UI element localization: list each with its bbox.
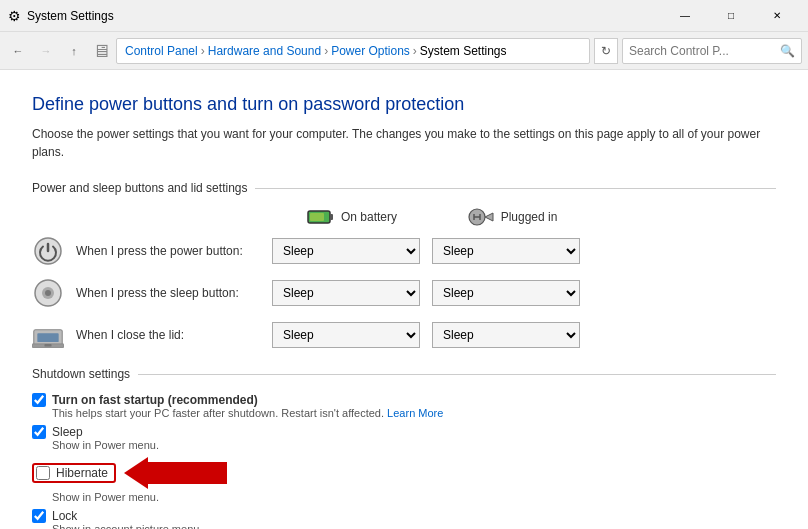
svg-rect-1 (330, 214, 333, 220)
lid-pluggedin-select[interactable]: Do nothing Sleep Hibernate Shut down (432, 322, 580, 348)
sep1: › (201, 44, 205, 58)
power-button-dropdowns: Do nothing Sleep Hibernate Shut down Tur… (272, 238, 592, 264)
breadcrumb-hardwaresound[interactable]: Hardware and Sound (208, 44, 321, 58)
power-button-row: When I press the power button: Do nothin… (32, 235, 776, 267)
page-description: Choose the power settings that you want … (32, 125, 776, 161)
back-button[interactable]: ← (6, 39, 30, 63)
col-pluggedin-label: Plugged in (501, 210, 558, 224)
lock-checkbox-row: Lock (32, 509, 776, 523)
sleep-item: Sleep Show in Power menu. (32, 425, 776, 451)
hibernate-highlight-box: Hibernate (32, 463, 116, 483)
arrow-head (124, 457, 148, 489)
titlebar-controls: — □ ✕ (662, 0, 800, 32)
addressbar: ← → ↑ 🖥 Control Panel › Hardware and Sou… (0, 32, 808, 70)
sep3: › (413, 44, 417, 58)
up-button[interactable]: ↑ (62, 39, 86, 63)
shutdown-section: Shutdown settings Turn on fast startup (… (32, 367, 776, 529)
titlebar: ⚙ System Settings — □ ✕ (0, 0, 808, 32)
close-button[interactable]: ✕ (754, 0, 800, 32)
sleep-button-dropdowns: Do nothing Sleep Hibernate Shut down Do … (272, 280, 592, 306)
breadcrumb-poweroptions[interactable]: Power Options (331, 44, 410, 58)
hibernate-arrow (124, 457, 227, 489)
breadcrumb-current: System Settings (420, 44, 507, 58)
power-battery-dropdown-wrap: Do nothing Sleep Hibernate Shut down Tur… (272, 238, 432, 264)
hibernate-label: Hibernate (56, 466, 108, 480)
sleep-pluggedin-select[interactable]: Do nothing Sleep Hibernate Shut down (432, 280, 580, 306)
power-pluggedin-dropdown-wrap: Do nothing Sleep Hibernate Shut down Tur… (432, 238, 592, 264)
fast-startup-row: Turn on fast startup (recommended) (32, 393, 776, 407)
lock-checkbox[interactable] (32, 509, 46, 523)
sleep-battery-select[interactable]: Do nothing Sleep Hibernate Shut down (272, 280, 420, 306)
sep2: › (324, 44, 328, 58)
power-section-header: Power and sleep buttons and lid settings (32, 181, 776, 195)
column-headers: On battery Plugged in (272, 207, 776, 227)
lid-row: When I close the lid: Do nothing Sleep H… (32, 319, 776, 351)
fast-startup-label: Turn on fast startup (recommended) (52, 393, 258, 407)
shutdown-section-header: Shutdown settings (32, 367, 776, 381)
svg-point-10 (45, 290, 51, 296)
page-title: Define power buttons and turn on passwor… (32, 94, 776, 115)
lid-battery-select[interactable]: Do nothing Sleep Hibernate Shut down (272, 322, 420, 348)
fast-startup-item: Turn on fast startup (recommended) This … (32, 393, 776, 419)
titlebar-title: System Settings (27, 9, 662, 23)
battery-icon (307, 208, 335, 226)
sleep-pluggedin-dropdown-wrap: Do nothing Sleep Hibernate Shut down (432, 280, 592, 306)
titlebar-icon: ⚙ (8, 8, 21, 24)
shutdown-section-label: Shutdown settings (32, 367, 138, 381)
lid-dropdowns: Do nothing Sleep Hibernate Shut down Do … (272, 322, 592, 348)
hibernate-item: Hibernate Show in Power menu. (32, 457, 776, 503)
breadcrumb-controlpanel[interactable]: Control Panel (125, 44, 198, 58)
sleep-button-row: When I press the sleep button: Do nothin… (32, 277, 776, 309)
pluggedin-icon (467, 207, 495, 227)
col-battery-label: On battery (341, 210, 397, 224)
lid-label: When I close the lid: (76, 328, 272, 342)
col-pluggedin: Plugged in (432, 207, 592, 227)
sleep-button-label: When I press the sleep button: (76, 286, 272, 300)
hibernate-desc: Show in Power menu. (52, 491, 776, 503)
lock-label: Lock (52, 509, 77, 523)
power-battery-select[interactable]: Do nothing Sleep Hibernate Shut down Tur… (272, 238, 420, 264)
content-area: Define power buttons and turn on passwor… (0, 70, 808, 529)
lid-battery-dropdown-wrap: Do nothing Sleep Hibernate Shut down (272, 322, 432, 348)
fast-startup-desc: This helps start your PC faster after sh… (52, 407, 776, 419)
search-input[interactable] (629, 44, 780, 58)
sleep-icon (32, 277, 64, 309)
power-section-label: Power and sleep buttons and lid settings (32, 181, 255, 195)
sleep-checkbox[interactable] (32, 425, 46, 439)
lock-desc: Show in account picture menu. (52, 523, 776, 529)
svg-rect-12 (37, 333, 58, 342)
sleep-label: Sleep (52, 425, 83, 439)
learn-more-link[interactable]: Learn More (387, 407, 443, 419)
hibernate-checkbox[interactable] (36, 466, 50, 480)
minimize-button[interactable]: — (662, 0, 708, 32)
lock-item: Lock Show in account picture menu. (32, 509, 776, 529)
folder-icon: 🖥 (92, 42, 110, 60)
section-divider (255, 188, 776, 189)
power-button-label: When I press the power button: (76, 244, 272, 258)
arrow-body (147, 462, 227, 484)
address-path[interactable]: Control Panel › Hardware and Sound › Pow… (116, 38, 590, 64)
refresh-button[interactable]: ↻ (594, 38, 618, 64)
fast-startup-checkbox[interactable] (32, 393, 46, 407)
lid-pluggedin-dropdown-wrap: Do nothing Sleep Hibernate Shut down (432, 322, 592, 348)
svg-rect-2 (310, 213, 324, 221)
sleep-battery-dropdown-wrap: Do nothing Sleep Hibernate Shut down (272, 280, 432, 306)
lid-icon (32, 319, 64, 351)
forward-button[interactable]: → (34, 39, 58, 63)
power-pluggedin-select[interactable]: Do nothing Sleep Hibernate Shut down Tur… (432, 238, 580, 264)
power-icon (32, 235, 64, 267)
hibernate-checkbox-row: Hibernate (36, 466, 108, 480)
sleep-checkbox-row: Sleep (32, 425, 776, 439)
shutdown-divider (138, 374, 776, 375)
search-box[interactable]: 🔍 (622, 38, 802, 64)
sleep-desc: Show in Power menu. (52, 439, 776, 451)
maximize-button[interactable]: □ (708, 0, 754, 32)
svg-rect-14 (44, 344, 51, 347)
col-battery: On battery (272, 208, 432, 226)
search-icon: 🔍 (780, 44, 795, 58)
